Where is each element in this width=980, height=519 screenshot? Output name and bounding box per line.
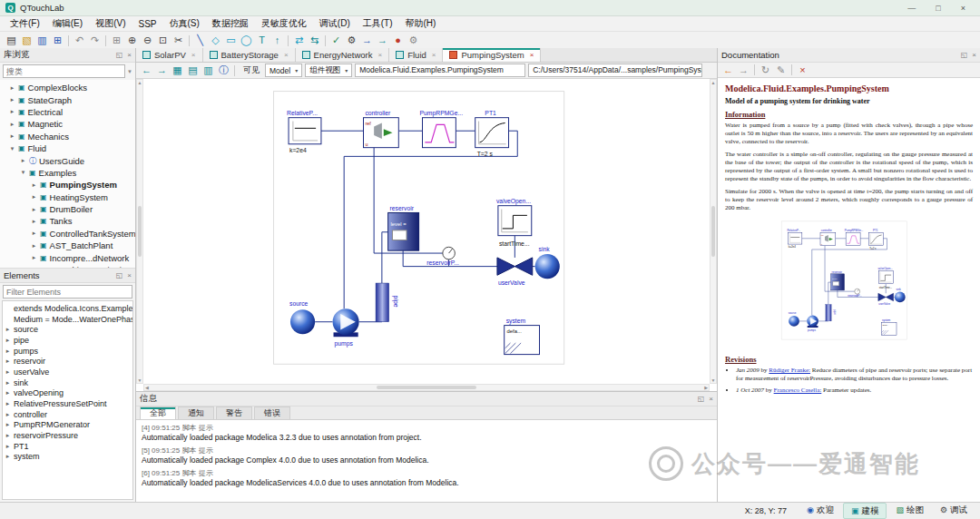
controller-block[interactable]: ref u	[364, 118, 399, 148]
ellipse-tool-icon[interactable]: ◯	[239, 33, 254, 48]
pump-rpm-generator-block[interactable]	[422, 118, 456, 148]
tree-item[interactable]: ▸ ▣ Electrical	[0, 106, 135, 118]
log-message[interactable]: [5] 09:51:25 脚本 提示 Automatically loaded …	[142, 446, 711, 465]
valve-opening-block[interactable]	[498, 206, 532, 236]
info-tab[interactable]: 全部	[140, 406, 176, 419]
relative-pressure-setpoint-block[interactable]	[289, 118, 321, 144]
info-icon[interactable]: ⓘ	[216, 63, 231, 78]
menu-item[interactable]: 视图(V)	[89, 17, 132, 30]
text-tool-icon[interactable]: T	[254, 33, 270, 48]
text-view-icon[interactable]: ▥	[201, 63, 216, 78]
undo-icon[interactable]: ↶	[72, 33, 87, 48]
pipe-component[interactable]	[376, 283, 389, 322]
controller-block[interactable]: ref u	[820, 233, 836, 246]
toolbar-icon[interactable]	[68, 35, 69, 46]
doc-refresh-icon[interactable]: ↻	[758, 63, 773, 78]
element-item[interactable]: extends Modelica.Icons.Example	[5, 303, 131, 314]
expand-caret-icon[interactable]: ▸	[9, 108, 15, 115]
sink-component[interactable]	[535, 254, 560, 279]
source-component[interactable]	[290, 309, 315, 334]
tree-item[interactable]: ▸ ▣ Incompre...dNetwork	[0, 251, 135, 263]
element-item[interactable]: ▸ system	[5, 452, 131, 463]
author-link[interactable]: Rüdiger Franke:	[769, 367, 810, 374]
canvas-vscrollbar-right[interactable]: ▲ ▼	[710, 79, 717, 384]
element-item[interactable]: Medium = Mode...WaterOnePhase	[5, 314, 131, 325]
zoom-in-icon[interactable]: ⊕	[124, 33, 140, 48]
info-tab[interactable]: 警告	[216, 406, 252, 419]
maximize-button[interactable]: □	[936, 4, 940, 13]
pumps-component[interactable]	[333, 308, 359, 337]
scrollbar-thumb[interactable]	[138, 206, 142, 257]
expand-caret-icon[interactable]: ▸	[31, 218, 37, 225]
user-valve-component[interactable]	[878, 294, 894, 301]
doc-forward-icon[interactable]: →	[736, 63, 751, 78]
scrollbar-thumb[interactable]	[711, 206, 715, 257]
expand-caret-icon[interactable]: ▸	[5, 379, 11, 387]
tree-item[interactable]: ▸ ▣ Magnetic	[0, 118, 135, 130]
close-panel-icon[interactable]: ×	[127, 271, 132, 279]
doc-close-icon[interactable]: ×	[795, 63, 810, 78]
tree-item[interactable]: ▸ ▣ Tanks	[0, 215, 135, 227]
plotting-mode-button[interactable]: ▧ 绘图	[888, 503, 931, 517]
expand-caret-icon[interactable]: ▸	[31, 193, 37, 201]
close-panel-icon[interactable]: ×	[127, 51, 132, 59]
toolbar-icon[interactable]	[105, 35, 106, 46]
menu-item[interactable]: 编辑(E)	[46, 17, 89, 30]
element-item[interactable]: ▸ reservoirPressure	[5, 430, 131, 441]
element-item[interactable]: ▸ valveOpening	[5, 388, 131, 399]
menu-item[interactable]: 文件(F)	[4, 17, 46, 30]
tree-item[interactable]: ▸ ▣ ComplexBlocks	[0, 82, 135, 93]
tree-item[interactable]: ▸ ▣ DrumBoiler	[0, 203, 135, 215]
reservoir-component[interactable]: level =	[831, 274, 845, 290]
log-message[interactable]: [4] 09:51:25 脚本 提示 Automatically loaded …	[142, 423, 711, 442]
source-component[interactable]	[789, 316, 799, 327]
log-message[interactable]: [6] 09:51:25 脚本 提示 Automatically loaded …	[142, 468, 711, 487]
element-item[interactable]: ▸ source	[5, 324, 131, 335]
close-panel-icon[interactable]: ×	[972, 51, 976, 59]
welcome-mode-button[interactable]: ◉ 欢迎	[799, 503, 841, 517]
expand-caret-icon[interactable]: ▸	[20, 157, 26, 164]
menu-item[interactable]: 仿真(S)	[162, 17, 205, 30]
float-panel-icon[interactable]: ◱	[116, 271, 123, 279]
menu-item[interactable]: 数据挖掘	[206, 17, 255, 30]
connect-mode-icon[interactable]: ⇄	[291, 33, 307, 48]
zoom-fit-icon[interactable]: ⊡	[155, 33, 171, 48]
save-icon[interactable]: ▥	[34, 33, 50, 48]
author-link[interactable]: Francesco Casella:	[774, 387, 822, 394]
sink-component[interactable]	[895, 292, 906, 303]
expand-caret-icon[interactable]: ▸	[5, 411, 11, 418]
simulate-icon[interactable]: →	[359, 33, 375, 48]
pipe-component[interactable]	[826, 305, 831, 321]
expand-caret-icon[interactable]: ▸	[31, 242, 37, 250]
new-model-icon[interactable]: ▤	[4, 33, 19, 48]
expand-caret-icon[interactable]: ▸	[31, 206, 37, 213]
diagram-view-icon[interactable]: ▦	[170, 63, 185, 78]
open-file-icon[interactable]: ▧	[19, 33, 34, 48]
tree-item[interactable]: ▸ ▣ AST_BatchPlant	[0, 240, 135, 251]
tree-item[interactable]: ▸ ▣ ControlledTankSystem	[0, 228, 135, 240]
simulate-result-icon[interactable]: →	[375, 33, 390, 48]
elements-filter-input[interactable]	[3, 285, 132, 299]
system-block[interactable]: defa...	[505, 326, 540, 355]
redo-icon[interactable]: ↷	[87, 33, 103, 48]
menu-item[interactable]: 灵敏度优化	[255, 17, 313, 30]
expand-caret-icon[interactable]: ▸	[31, 181, 37, 189]
pt1-block[interactable]	[475, 118, 509, 148]
polygon-tool-icon[interactable]: ◇	[208, 33, 223, 48]
user-valve-component[interactable]	[497, 258, 533, 275]
expand-caret-icon[interactable]: ▸	[5, 400, 11, 407]
debug-mode-button[interactable]: ⚙ 调试	[933, 503, 975, 517]
expand-caret-icon[interactable]: ▸	[5, 389, 11, 397]
doc-toolbar-icon[interactable]	[754, 64, 755, 75]
doc-toolbar-icon[interactable]	[791, 64, 792, 75]
tools-icon[interactable]: ⚙	[406, 33, 421, 48]
expand-caret-icon[interactable]: ▸	[31, 254, 37, 261]
minimize-button[interactable]: —	[907, 4, 916, 13]
tree-item[interactable]: ▾ ▣ Examples	[0, 167, 135, 179]
element-item[interactable]: ▸ reservoir	[5, 356, 131, 367]
expand-caret-icon[interactable]: ▸	[31, 230, 37, 237]
tab-close-icon[interactable]: ×	[284, 51, 289, 59]
valve-opening-block[interactable]	[878, 271, 893, 284]
info-tab[interactable]: 通知	[178, 406, 214, 419]
expand-caret-icon[interactable]: ▸	[5, 443, 11, 450]
